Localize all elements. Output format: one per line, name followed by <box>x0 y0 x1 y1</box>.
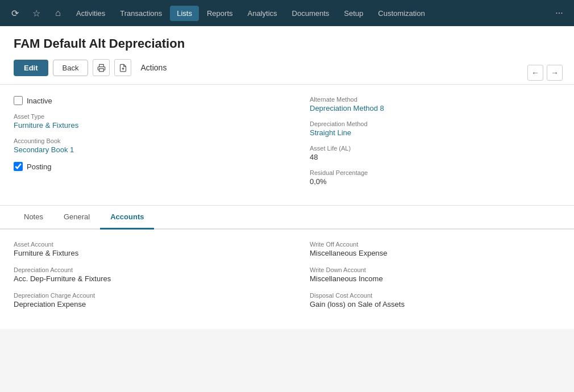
tab-notes[interactable]: Notes <box>14 206 53 230</box>
nav-transactions[interactable]: Transactions <box>113 6 169 21</box>
disposal-cost-account-field: Disposal Cost Account Gain (loss) on Sal… <box>310 292 560 308</box>
accounting-book-label: Accounting Book <box>14 137 287 144</box>
bookmark-icon[interactable]: ☆ <box>26 3 47 23</box>
nav-activities[interactable]: Activities <box>69 6 112 21</box>
tab-general[interactable]: General <box>53 206 100 230</box>
accounting-book-field: Accounting Book Secondary Book 1 <box>14 137 287 154</box>
depreciation-method-value[interactable]: Straight Line <box>310 128 560 137</box>
home-icon[interactable]: ⌂ <box>48 3 68 23</box>
write-down-account-value: Miscellaneous Income <box>310 274 560 283</box>
asset-account-field: Asset Account Furniture & Fixtures <box>14 241 287 257</box>
residual-percentage-field: Residual Percentage 0,0% <box>310 169 560 186</box>
asset-type-value[interactable]: Furniture & Fixtures <box>14 121 287 130</box>
asset-account-value: Furniture & Fixtures <box>14 249 287 257</box>
write-down-account-label: Write Down Account <box>310 266 560 273</box>
write-off-account-label: Write Off Account <box>310 241 560 248</box>
alternate-method-value[interactable]: Depreciation Method 8 <box>310 104 560 112</box>
asset-type-label: Asset Type <box>14 113 287 120</box>
accounting-book-value[interactable]: Secondary Book 1 <box>14 145 287 154</box>
write-off-account-value: Miscellaneous Expense <box>310 249 560 257</box>
top-navigation: ⟳ ☆ ⌂ Activities Transactions Lists Repo… <box>0 0 574 26</box>
nav-lists[interactable]: Lists <box>170 6 199 21</box>
form-area: Inactive Asset Type Furniture & Fixtures… <box>0 85 574 206</box>
page-header: FAM Default Alt Depreciation ← → Edit Ba… <box>0 26 574 85</box>
asset-life-field: Asset Life (AL) 48 <box>310 145 560 161</box>
nav-documents[interactable]: Documents <box>285 6 336 21</box>
tab-accounts[interactable]: Accounts <box>100 206 154 230</box>
accounts-right: Write Off Account Miscellaneous Expense … <box>287 241 560 318</box>
nav-analytics[interactable]: Analytics <box>241 6 284 21</box>
actions-button[interactable]: Actions <box>136 61 171 74</box>
posting-label: Posting <box>27 162 51 171</box>
form-left: Inactive Asset Type Furniture & Fixtures… <box>14 96 287 194</box>
svg-rect-0 <box>99 68 104 71</box>
history-icon[interactable]: ⟳ <box>5 3 25 23</box>
accounts-left: Asset Account Furniture & Fixtures Depre… <box>14 241 287 318</box>
write-down-account-field: Write Down Account Miscellaneous Income <box>310 266 560 283</box>
export-icon[interactable] <box>114 59 131 76</box>
depreciation-account-value: Acc. Dep-Furniture & Fixtures <box>14 274 287 283</box>
inactive-label: Inactive <box>27 97 52 105</box>
page-title: FAM Default Alt Depreciation <box>14 36 560 51</box>
disposal-cost-account-label: Disposal Cost Account <box>310 292 560 299</box>
residual-percentage-label: Residual Percentage <box>310 169 560 176</box>
nav-reports[interactable]: Reports <box>200 6 240 21</box>
accounts-tab-content: Asset Account Furniture & Fixtures Depre… <box>0 230 574 329</box>
next-arrow[interactable]: → <box>547 65 563 81</box>
print-icon[interactable] <box>93 59 110 76</box>
depreciation-charge-account-field: Depreciation Charge Account Depreciation… <box>14 292 287 308</box>
toolbar: Edit Back Actions <box>14 59 560 84</box>
main-content: FAM Default Alt Depreciation ← → Edit Ba… <box>0 26 574 392</box>
depreciation-account-field: Depreciation Account Acc. Dep-Furniture … <box>14 266 287 283</box>
depreciation-method-field: Depreciation Method Straight Line <box>310 120 560 137</box>
depreciation-method-label: Depreciation Method <box>310 120 560 127</box>
write-off-account-field: Write Off Account Miscellaneous Expense <box>310 241 560 257</box>
disposal-cost-account-value: Gain (loss) on Sale of Assets <box>310 300 560 308</box>
edit-button[interactable]: Edit <box>14 60 48 76</box>
asset-life-label: Asset Life (AL) <box>310 145 560 152</box>
prev-arrow[interactable]: ← <box>527 65 543 81</box>
posting-row: Posting <box>14 162 287 171</box>
nav-arrows: ← → <box>527 65 563 81</box>
depreciation-charge-account-label: Depreciation Charge Account <box>14 292 287 299</box>
alternate-method-label: Alternate Method <box>310 96 560 103</box>
nav-customization[interactable]: Customization <box>371 6 431 21</box>
tabs-bar: Notes General Accounts <box>0 206 574 230</box>
depreciation-account-label: Depreciation Account <box>14 266 287 273</box>
back-button[interactable]: Back <box>53 60 89 76</box>
depreciation-charge-account-value: Depreciation Expense <box>14 300 287 308</box>
posting-checkbox[interactable] <box>14 162 23 171</box>
inactive-checkbox[interactable] <box>14 96 23 105</box>
asset-type-field: Asset Type Furniture & Fixtures <box>14 113 287 130</box>
form-right: Alternate Method Depreciation Method 8 D… <box>287 96 560 194</box>
asset-life-value: 48 <box>310 153 560 161</box>
alternate-method-field: Alternate Method Depreciation Method 8 <box>310 96 560 112</box>
more-icon[interactable]: ··· <box>549 3 569 23</box>
asset-account-label: Asset Account <box>14 241 287 248</box>
inactive-row: Inactive <box>14 96 287 105</box>
nav-setup[interactable]: Setup <box>337 6 370 21</box>
residual-percentage-value: 0,0% <box>310 177 560 186</box>
